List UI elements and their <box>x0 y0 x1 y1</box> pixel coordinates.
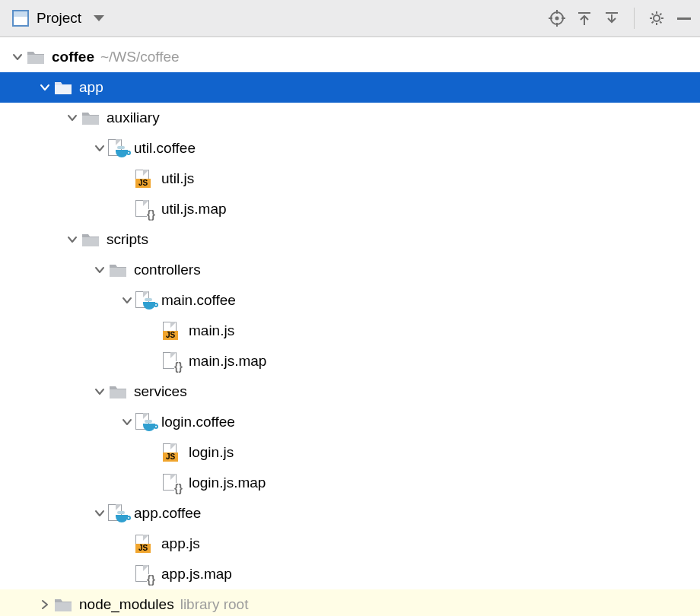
tree-node[interactable]: scripts <box>0 224 700 255</box>
tree-node[interactable]: JSmain.js <box>0 316 700 346</box>
tree-node-label: util.js.map <box>161 201 227 218</box>
svg-point-10 <box>654 15 660 21</box>
tree-node-label: util.coffee <box>134 140 196 157</box>
gear-icon[interactable] <box>648 10 665 27</box>
header-separator <box>634 8 635 29</box>
tree-node-label: app.js <box>161 535 200 552</box>
tree-node[interactable]: JSapp.js <box>0 529 700 559</box>
tree-arrow-down-icon[interactable] <box>91 265 108 275</box>
js-file-icon: JS <box>163 443 183 462</box>
project-tree[interactable]: coffee~/WS/coffeeappauxiliaryutil.coffee… <box>0 37 700 616</box>
header-right <box>549 8 692 29</box>
tree-arrow-down-icon[interactable] <box>91 143 108 154</box>
tree-arrow-down-icon[interactable] <box>64 234 81 245</box>
tree-node[interactable]: node_moduleslibrary root <box>0 589 700 616</box>
tree-node[interactable]: {}app.js.map <box>0 559 700 589</box>
tree-node[interactable]: {}login.js.map <box>0 468 700 498</box>
tree-node-label: coffee <box>52 49 94 65</box>
svg-line-18 <box>660 14 661 15</box>
folder-icon <box>53 78 73 97</box>
tree-node-label: node_modules <box>79 596 174 613</box>
tree-arrow-down-icon[interactable] <box>64 113 81 123</box>
tree-node[interactable]: util.coffee <box>0 133 700 164</box>
tree-arrow-down-icon[interactable] <box>37 82 53 93</box>
tree-node[interactable]: services <box>0 376 700 407</box>
project-pane-icon <box>12 10 29 27</box>
tree-node-label: login.js <box>189 444 234 461</box>
tree-node[interactable]: controllers <box>0 255 700 285</box>
tree-node-label: app <box>79 79 103 96</box>
header-left: Project <box>12 10 549 27</box>
tree-node-label: login.js.map <box>189 475 266 491</box>
tree-node[interactable]: app.coffee <box>0 498 700 529</box>
json-map-file-icon: {} <box>135 200 155 218</box>
svg-rect-19 <box>677 17 691 20</box>
tree-node[interactable]: {}main.js.map <box>0 346 700 376</box>
project-tool-window-header: Project <box>0 0 700 37</box>
tree-node-label: controllers <box>134 262 201 278</box>
svg-line-15 <box>652 14 654 15</box>
tree-node-label: app.js.map <box>161 566 232 583</box>
tree-arrow-down-icon[interactable] <box>9 52 26 62</box>
json-map-file-icon: {} <box>163 474 183 492</box>
tree-arrow-down-icon[interactable] <box>91 508 108 519</box>
tree-node-label: login.coffee <box>161 414 235 430</box>
coffee-file-icon <box>108 504 128 522</box>
expand-all-icon[interactable] <box>576 10 593 27</box>
folder-icon <box>81 230 100 249</box>
svg-line-17 <box>652 21 654 23</box>
tree-node[interactable]: JSutil.js <box>0 164 700 194</box>
project-view-selector[interactable]: Project <box>37 10 81 27</box>
tree-node-suffix: library root <box>180 596 249 613</box>
tree-node[interactable]: auxiliary <box>0 103 700 133</box>
tree-node-label: scripts <box>107 231 148 248</box>
coffee-file-icon <box>108 139 128 157</box>
tree-node-label: auxiliary <box>107 110 160 126</box>
tree-node[interactable]: JSlogin.js <box>0 437 700 468</box>
tree-arrow-down-icon[interactable] <box>91 386 108 397</box>
folder-icon <box>26 47 46 67</box>
tree-node-label: main.js <box>189 322 234 339</box>
svg-point-1 <box>555 17 559 21</box>
svg-line-16 <box>660 21 661 23</box>
folder-icon <box>53 595 73 614</box>
collapse-all-icon[interactable] <box>603 10 620 27</box>
tree-node[interactable]: login.coffee <box>0 407 700 437</box>
json-map-file-icon: {} <box>135 565 155 583</box>
tree-arrow-right-icon[interactable] <box>37 599 53 610</box>
tree-node-label: main.js.map <box>189 353 266 370</box>
tree-node[interactable]: {}util.js.map <box>0 194 700 224</box>
tree-node-label: services <box>134 383 187 400</box>
tree-node-label: app.coffee <box>134 505 201 522</box>
coffee-file-icon <box>135 291 155 310</box>
json-map-file-icon: {} <box>163 352 183 370</box>
tree-node[interactable]: app <box>0 72 700 103</box>
hide-icon[interactable] <box>676 10 692 27</box>
js-file-icon: JS <box>135 170 155 188</box>
tree-node-path: ~/WS/coffee <box>100 49 180 65</box>
js-file-icon: JS <box>163 322 183 340</box>
tree-node[interactable]: main.coffee <box>0 285 700 316</box>
tree-arrow-down-icon[interactable] <box>119 295 135 306</box>
js-file-icon: JS <box>135 535 155 553</box>
tree-node-label: util.js <box>161 170 194 187</box>
tree-arrow-down-icon[interactable] <box>119 417 135 427</box>
folder-icon <box>108 382 128 402</box>
folder-icon <box>81 108 100 128</box>
coffee-file-icon <box>135 413 155 431</box>
locate-icon[interactable] <box>549 10 565 27</box>
chevron-down-icon[interactable] <box>94 15 104 21</box>
folder-icon <box>108 260 128 280</box>
tree-node-label: main.coffee <box>161 292 236 309</box>
tree-node[interactable]: coffee~/WS/coffee <box>0 42 700 72</box>
